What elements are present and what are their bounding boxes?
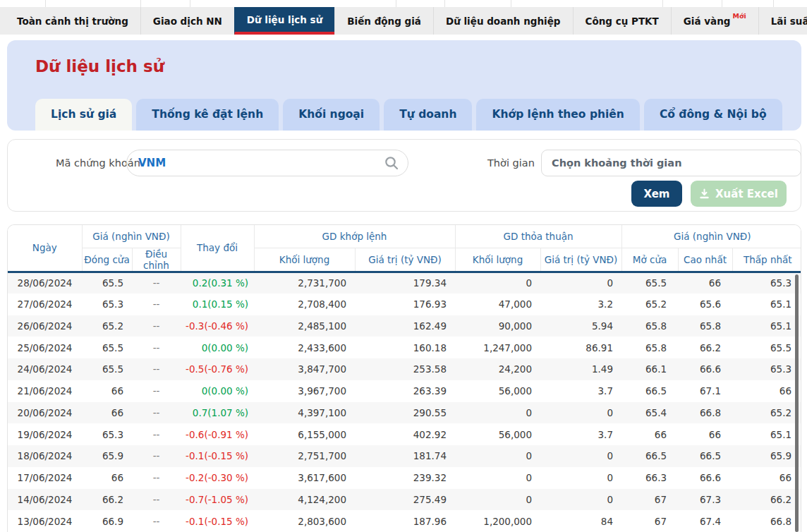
cell-change: -0.3(-0.46 %) — [181, 315, 254, 337]
cell-matched-volume: 2,485,100 — [254, 315, 355, 337]
nav-item[interactable]: Biến động giá — [334, 7, 433, 35]
cell-matched-value: 179.34 — [355, 272, 455, 294]
cell-close: 65.3 — [82, 294, 132, 315]
nav-item-label: Giá vàng — [684, 16, 731, 27]
cell-putthrough-value: 1.49 — [540, 358, 621, 380]
table-row: 17/06/2024 66 -- -0.2(-0.30 %) 3,617,600… — [8, 467, 801, 489]
nav-item-label: Công cụ PTKT — [585, 16, 659, 27]
nav-item[interactable]: Dữ liệu doanh nghiệp — [433, 7, 573, 35]
nav-item[interactable]: Giá vàng Mới — [671, 7, 758, 35]
colgroup-matched: GD khớp lệnh — [254, 225, 455, 248]
cell-change: -0.2(-0.30 %) — [181, 467, 254, 489]
cell-change: 0.2(0.31 %) — [181, 272, 254, 294]
cell-low: 65.1 — [732, 315, 801, 337]
cell-date: 25/06/2024 — [8, 337, 82, 358]
cell-high: 67.1 — [678, 380, 732, 402]
cell-matched-value: 402.92 — [355, 423, 455, 445]
sub-tab-label: Thống kê đặt lệnh — [152, 108, 263, 121]
sub-tab[interactable]: Thống kê đặt lệnh — [136, 99, 279, 131]
search-icon[interactable] — [384, 155, 399, 171]
time-range-input[interactable] — [542, 157, 801, 169]
cell-low: 65.2 — [732, 402, 801, 424]
sub-tab[interactable]: Cổ đông & Nội bộ — [644, 99, 782, 131]
cell-putthrough-value: 3.7 — [540, 380, 621, 402]
cell-putthrough-value: 0 — [540, 272, 621, 294]
col-matched-volume: Khối lượng — [254, 248, 355, 272]
cell-matched-volume: 4,124,200 — [254, 489, 355, 511]
cell-matched-value: 160.18 — [355, 337, 455, 358]
table-row: 28/06/2024 65.5 -- 0.2(0.31 %) 2,731,700… — [8, 272, 801, 294]
cell-high: 65.6 — [678, 294, 732, 315]
view-button[interactable]: Xem — [631, 181, 682, 207]
cell-adjust: -- — [132, 402, 181, 424]
cell-low: 65.5 — [732, 337, 801, 358]
cell-high: 66 — [678, 272, 732, 294]
cell-low: 65.9 — [732, 445, 801, 467]
colgroup-putthrough: GD thỏa thuận — [455, 225, 621, 248]
cell-high: 66.8 — [678, 402, 732, 424]
table-row: 27/06/2024 65.3 -- 0.1(0.15 %) 2,708,400… — [8, 294, 801, 315]
nav-item[interactable]: Giao dịch NN — [140, 7, 234, 35]
cell-putthrough-value: 0 — [540, 467, 621, 489]
cell-high: 66.6 — [678, 467, 732, 489]
nav-item-label: Dữ liệu lịch sử — [247, 14, 322, 25]
cell-date: 26/06/2024 — [8, 315, 82, 337]
cell-close: 65.5 — [82, 337, 132, 358]
cell-matched-volume: 2,731,700 — [254, 272, 355, 294]
sub-tab[interactable]: Lịch sử giá — [35, 99, 132, 131]
cell-putthrough-value: 0 — [540, 402, 621, 424]
nav-item[interactable]: Dữ liệu lịch sử — [234, 7, 334, 35]
export-excel-button[interactable]: Xuất Excel — [691, 181, 787, 207]
cell-close: 66 — [82, 380, 132, 402]
ticker-input[interactable] — [127, 157, 384, 169]
nav-item[interactable]: Lãi suất NH — [758, 7, 807, 35]
table-scrollbar[interactable] — [795, 274, 799, 532]
nav-item[interactable]: Toàn cảnh thị trường — [0, 7, 140, 35]
time-range-box[interactable] — [541, 150, 801, 176]
cell-change: 0.7(1.07 %) — [181, 402, 254, 424]
cell-high: 67.3 — [678, 489, 732, 511]
sub-tab-label: Lịch sử giá — [51, 108, 116, 121]
cell-change: -0.5(-0.76 %) — [181, 358, 254, 380]
cell-date: 20/06/2024 — [8, 402, 82, 424]
cell-adjust: -- — [132, 489, 181, 511]
table-row: 25/06/2024 65.5 -- 0(0.00 %) 2,433,600 1… — [8, 337, 801, 358]
cell-putthrough-value: 84 — [540, 510, 621, 532]
export-excel-label: Xuất Excel — [715, 188, 778, 200]
cell-date: 13/06/2024 — [8, 510, 82, 532]
page-title: Dữ liệu lịch sử — [35, 57, 164, 75]
cell-matched-volume: 3,967,700 — [254, 380, 355, 402]
col-date: Ngày — [8, 225, 82, 272]
cell-date: 21/06/2024 — [8, 380, 82, 402]
sub-tab[interactable]: Khớp lệnh theo phiên — [476, 99, 639, 131]
cell-putthrough-volume: 1,200,000 — [455, 510, 540, 532]
download-icon — [699, 188, 710, 199]
cell-adjust: -- — [132, 315, 181, 337]
ticker-search-box[interactable] — [126, 150, 408, 176]
price-history-table: Ngày Giá (nghìn VNĐ) Thay đổi GD khớp lệ… — [7, 224, 801, 532]
cell-open: 66.5 — [621, 445, 678, 467]
sub-tab-label: Khớp lệnh theo phiên — [492, 108, 624, 121]
cell-putthrough-volume: 56,000 — [455, 380, 540, 402]
cell-open: 66.1 — [621, 358, 678, 380]
cell-matched-value: 239.32 — [355, 467, 455, 489]
cell-putthrough-value: 0 — [540, 489, 621, 511]
cell-adjust: -- — [132, 272, 181, 294]
cell-change: 0(0.00 %) — [181, 337, 254, 358]
cell-change: -0.7(-1.05 %) — [181, 489, 254, 511]
nav-item[interactable]: Công cụ PTKT — [573, 7, 671, 35]
cell-adjust: -- — [132, 380, 181, 402]
cell-putthrough-volume: 1,247,000 — [455, 337, 540, 358]
sub-tab[interactable]: Tự doanh — [384, 99, 472, 131]
cell-putthrough-volume: 0 — [455, 402, 540, 424]
nav-item-label: Giao dịch NN — [153, 16, 222, 27]
cell-putthrough-volume: 90,000 — [455, 315, 540, 337]
cell-low: 65.1 — [732, 423, 801, 445]
sub-tab[interactable]: Khối ngoại — [283, 99, 380, 131]
sub-tab-label: Khối ngoại — [298, 108, 364, 121]
cell-change: 0.1(0.15 %) — [181, 294, 254, 315]
cell-adjust: -- — [132, 510, 181, 532]
cell-putthrough-value: 3.2 — [540, 294, 621, 315]
cell-putthrough-volume: 0 — [455, 467, 540, 489]
cell-adjust: -- — [132, 423, 181, 445]
